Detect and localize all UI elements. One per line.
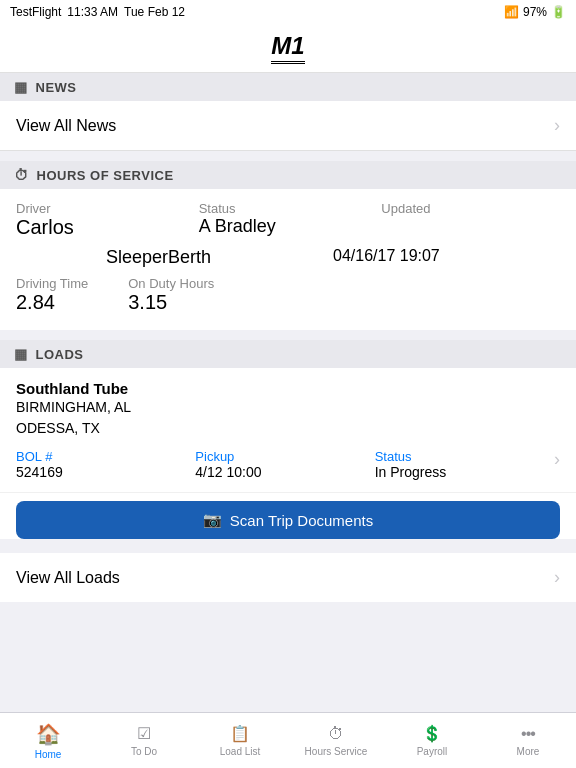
view-all-news-row[interactable]: View All News › — [0, 101, 576, 151]
news-section-header: ▦ NEWS — [0, 73, 576, 101]
battery-level: 97% — [523, 5, 547, 19]
nav-more[interactable]: ••• More — [480, 713, 576, 768]
load-card: Southland Tube BIRMINGHAM, AL ODESSA, TX… — [0, 368, 576, 493]
driver-col: Driver Carlos — [16, 201, 195, 239]
on-duty-label: On Duty Hours — [128, 276, 214, 291]
pickup-value: 4/12 10:00 — [195, 464, 374, 480]
load-city1: BIRMINGHAM, AL — [16, 397, 560, 418]
bol-col: BOL # 524169 — [16, 449, 195, 480]
hos-grid: Driver Carlos Status A Bradley Updated — [16, 201, 560, 239]
payroll-icon: 💲 — [422, 724, 442, 743]
nav-todo[interactable]: ☑ To Do — [96, 713, 192, 768]
nav-home[interactable]: 🏠 Home — [0, 713, 96, 768]
nav-hos[interactable]: ⏱ Hours Service — [288, 713, 384, 768]
view-all-loads-text: View All Loads — [16, 569, 120, 587]
status-value: In Progress — [375, 464, 554, 480]
loads-section-header: ▦ LOADS — [0, 340, 576, 368]
wifi-icon: 📶 — [504, 5, 519, 19]
nav-hos-label: Hours Service — [305, 746, 368, 757]
view-all-loads-row[interactable]: View All Loads › — [0, 553, 576, 602]
bol-value: 524169 — [16, 464, 195, 480]
driving-time-value: 2.84 — [16, 291, 88, 314]
status-bar: TestFlight 11:33 AM Tue Feb 12 📶 97% 🔋 — [0, 0, 576, 24]
loads-icon: ▦ — [14, 346, 28, 362]
news-icon: ▦ — [14, 79, 28, 95]
bol-label: BOL # — [16, 449, 195, 464]
driving-time-label: Driving Time — [16, 276, 88, 291]
driving-time-col: Driving Time 2.84 — [16, 276, 88, 314]
hos-bottom: Driving Time 2.84 On Duty Hours 3.15 — [16, 276, 560, 314]
logo: M1 — [271, 32, 304, 64]
battery-icon: 🔋 — [551, 5, 566, 19]
hos-icon: ⏱ — [14, 167, 29, 183]
loadlist-icon: 📋 — [230, 724, 250, 743]
date: Tue Feb 12 — [124, 5, 185, 19]
pickup-label: Pickup — [195, 449, 374, 464]
hos-status-value: SleeperBerth — [106, 247, 333, 268]
load-meta-row: BOL # 524169 Pickup 4/12 10:00 Status In… — [16, 449, 560, 480]
driver-last-name: A Bradley — [199, 216, 378, 237]
camera-icon: 📷 — [203, 511, 222, 529]
nav-payroll[interactable]: 💲 Payroll — [384, 713, 480, 768]
more-icon: ••• — [521, 725, 535, 743]
nav-todo-label: To Do — [131, 746, 157, 757]
hos-label: HOURS OF SERVICE — [37, 168, 174, 183]
on-duty-col: On Duty Hours 3.15 — [128, 276, 214, 314]
nav-loadlist[interactable]: 📋 Load List — [192, 713, 288, 768]
updated-col: Updated — [381, 201, 560, 239]
loads-chevron-icon: › — [554, 567, 560, 588]
news-label: NEWS — [36, 80, 77, 95]
app-name: TestFlight — [10, 5, 61, 19]
on-duty-value: 3.15 — [128, 291, 214, 314]
loads-content: Southland Tube BIRMINGHAM, AL ODESSA, TX… — [0, 368, 576, 539]
bottom-nav: 🏠 Home ☑ To Do 📋 Load List ⏱ Hours Servi… — [0, 712, 576, 768]
hos-nav-icon: ⏱ — [328, 725, 344, 743]
status-col: Status A Bradley — [199, 201, 378, 239]
scan-btn-label: Scan Trip Documents — [230, 512, 373, 529]
load-company: Southland Tube — [16, 380, 560, 397]
todo-icon: ☑ — [137, 724, 151, 743]
status-col: Status In Progress — [375, 449, 554, 480]
scan-trip-documents-button[interactable]: 📷 Scan Trip Documents — [16, 501, 560, 539]
hos-content: Driver Carlos Status A Bradley Updated S… — [0, 189, 576, 330]
hos-updated-value: 04/16/17 19:07 — [333, 247, 560, 265]
load-chevron-col: › — [554, 449, 560, 470]
pickup-col: Pickup 4/12 10:00 — [195, 449, 374, 480]
news-chevron-icon: › — [554, 115, 560, 136]
driver-label: Driver — [16, 201, 195, 216]
load-chevron-icon: › — [554, 449, 560, 470]
status-right: 📶 97% 🔋 — [504, 5, 566, 19]
load-city2: ODESSA, TX — [16, 418, 560, 439]
view-all-news-text: View All News — [16, 117, 116, 135]
app-header: M1 — [0, 24, 576, 73]
loads-label: LOADS — [36, 347, 84, 362]
logo-text: M1 — [271, 32, 304, 64]
home-icon: 🏠 — [36, 722, 61, 746]
nav-home-label: Home — [35, 749, 62, 760]
hos-section-header: ⏱ HOURS OF SERVICE — [0, 161, 576, 189]
nav-loadlist-label: Load List — [220, 746, 261, 757]
hos-status-row: SleeperBerth 04/16/17 19:07 — [16, 247, 560, 268]
updated-label: Updated — [381, 201, 560, 216]
nav-more-label: More — [517, 746, 540, 757]
time: 11:33 AM — [67, 5, 118, 19]
nav-payroll-label: Payroll — [417, 746, 448, 757]
driver-first-name: Carlos — [16, 216, 195, 239]
status-label: Status — [375, 449, 554, 464]
status-label: Status — [199, 201, 378, 216]
